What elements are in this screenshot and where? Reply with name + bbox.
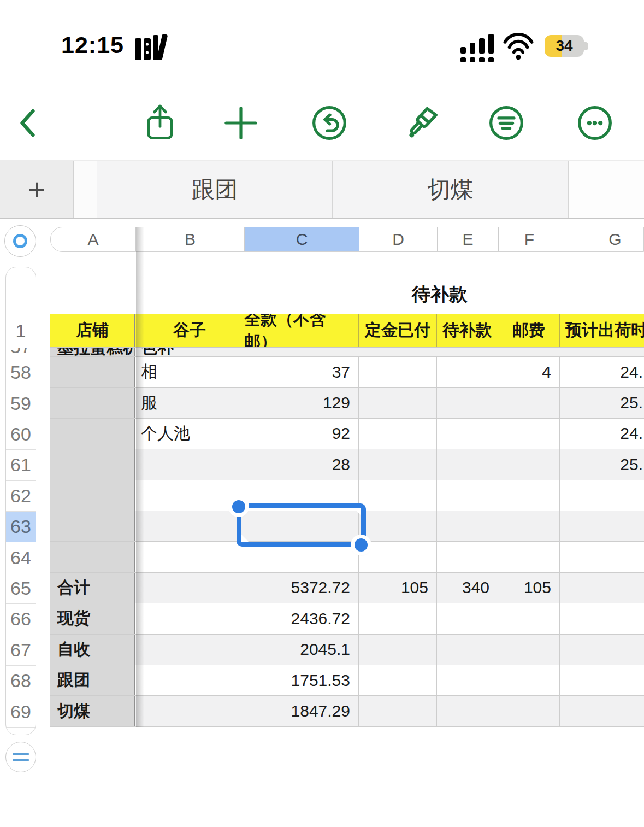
- cell-g59[interactable]: 25.: [560, 388, 644, 418]
- cell-d67[interactable]: [359, 635, 437, 665]
- cell-b57-clipped[interactable]: 色补: [135, 348, 244, 356]
- cell-a62[interactable]: [50, 480, 135, 511]
- cell-e58[interactable]: [437, 357, 498, 387]
- cell-b61[interactable]: [135, 449, 244, 479]
- header-cell-deposit-paid[interactable]: 定金已付: [359, 314, 437, 347]
- table-resize-handle[interactable]: [5, 742, 36, 772]
- tab-partial-edge[interactable]: [74, 161, 97, 218]
- cell-b64[interactable]: [135, 542, 244, 572]
- cell-a59[interactable]: [50, 388, 135, 418]
- cell-a66[interactable]: 现货: [50, 603, 135, 634]
- cell-a67[interactable]: 自收: [50, 635, 135, 665]
- cell-a60[interactable]: [50, 419, 135, 449]
- header-cell-full-price[interactable]: 全款（不含邮）: [244, 314, 359, 347]
- cell-d69[interactable]: [359, 696, 437, 726]
- cell-d63[interactable]: [359, 511, 437, 541]
- share-button[interactable]: [141, 102, 179, 144]
- column-header-c-selected[interactable]: C: [245, 227, 359, 251]
- cell-c60[interactable]: 92: [244, 419, 359, 449]
- cell-f68[interactable]: [498, 665, 560, 695]
- cell-c67[interactable]: 2045.1: [244, 635, 359, 665]
- row-number-61[interactable]: 61: [6, 450, 36, 480]
- column-header-g[interactable]: G: [560, 227, 644, 251]
- tab-gentuan[interactable]: 跟团: [97, 161, 333, 218]
- cell-d62[interactable]: [359, 480, 437, 511]
- header-cell-balance-due[interactable]: 待补款: [437, 314, 498, 347]
- cell-f64[interactable]: [498, 542, 560, 572]
- cell-a65[interactable]: 合计: [50, 573, 135, 603]
- cell-d58[interactable]: [359, 357, 437, 387]
- cell-b68[interactable]: [135, 665, 244, 695]
- row-number-1[interactable]: 1: [6, 314, 36, 348]
- cell-a61[interactable]: [50, 449, 135, 479]
- column-header-d[interactable]: D: [359, 227, 438, 251]
- cell-f58[interactable]: 4: [498, 357, 560, 387]
- row-number-69[interactable]: 69: [6, 696, 36, 727]
- cell-b62[interactable]: [135, 480, 244, 511]
- selection-handle-top-left[interactable]: [232, 500, 245, 513]
- cell-g67[interactable]: [560, 635, 644, 665]
- organize-button[interactable]: [487, 102, 525, 144]
- cell-b63[interactable]: [135, 511, 244, 541]
- cell-e59[interactable]: [437, 388, 498, 418]
- cell-e65[interactable]: 340: [437, 573, 498, 603]
- cell-c59[interactable]: 129: [244, 388, 359, 418]
- cell-f62[interactable]: [498, 480, 560, 511]
- row-number-62[interactable]: 62: [6, 481, 36, 512]
- cell-d59[interactable]: [359, 388, 437, 418]
- cell-e66[interactable]: [437, 603, 498, 634]
- cell-c58[interactable]: 37: [244, 357, 359, 387]
- column-header-e[interactable]: E: [438, 227, 499, 251]
- cell-d61[interactable]: [359, 449, 437, 479]
- header-cell-postage[interactable]: 邮费: [498, 314, 560, 347]
- cell-e62[interactable]: [437, 480, 498, 511]
- undo-button[interactable]: [310, 102, 348, 144]
- cell-f65[interactable]: 105: [498, 573, 560, 603]
- row-number-60[interactable]: 60: [6, 419, 36, 450]
- column-header-f[interactable]: F: [499, 227, 560, 251]
- cell-a64[interactable]: [50, 542, 135, 572]
- column-header-b[interactable]: B: [136, 227, 245, 251]
- cell-e64[interactable]: [437, 542, 498, 572]
- cell-e67[interactable]: [437, 635, 498, 665]
- more-button[interactable]: [576, 102, 614, 144]
- cell-f61[interactable]: [498, 449, 560, 479]
- cell-c61[interactable]: 28: [244, 449, 359, 479]
- cell-f59[interactable]: [498, 388, 560, 418]
- column-header-a[interactable]: A: [51, 227, 136, 251]
- add-sheet-button[interactable]: +: [0, 161, 74, 218]
- row-number-65[interactable]: 65: [6, 573, 36, 604]
- cell-g69[interactable]: [560, 696, 644, 726]
- row-number-68[interactable]: 68: [6, 666, 36, 696]
- cell-d66[interactable]: [359, 603, 437, 634]
- cell-c69[interactable]: 1847.29: [244, 696, 359, 726]
- cell-g64[interactable]: [560, 542, 644, 572]
- cell-f66[interactable]: [498, 603, 560, 634]
- cell-e63[interactable]: [437, 511, 498, 541]
- cell-f60[interactable]: [498, 419, 560, 449]
- cell-e61[interactable]: [437, 449, 498, 479]
- cell-a58[interactable]: [50, 357, 135, 387]
- row-number-57-clipped[interactable]: 57: [6, 348, 36, 357]
- cell-b69[interactable]: [135, 696, 244, 726]
- cell-c68[interactable]: 1751.53: [244, 665, 359, 695]
- cell-a69[interactable]: 切煤: [50, 696, 135, 726]
- row-number-58[interactable]: 58: [6, 357, 36, 388]
- cell-g66[interactable]: [560, 603, 644, 634]
- cell-g63[interactable]: [560, 511, 644, 541]
- cell-e69[interactable]: [437, 696, 498, 726]
- row-number-64[interactable]: 64: [6, 542, 36, 573]
- cell-a63[interactable]: [50, 511, 135, 541]
- cell-d65[interactable]: 105: [359, 573, 437, 603]
- header-cell-ship-date[interactable]: 预计出荷时间: [560, 314, 644, 347]
- cell-d68[interactable]: [359, 665, 437, 695]
- cell-b67[interactable]: [135, 635, 244, 665]
- cell-e60[interactable]: [437, 419, 498, 449]
- cell-f67[interactable]: [498, 635, 560, 665]
- select-table-button[interactable]: [4, 225, 36, 257]
- cell-g60[interactable]: 24.: [560, 419, 644, 449]
- cell-e68[interactable]: [437, 665, 498, 695]
- cell-g58[interactable]: 24.: [560, 357, 644, 387]
- row-number-59[interactable]: 59: [6, 388, 36, 419]
- cell-b65[interactable]: [135, 573, 244, 603]
